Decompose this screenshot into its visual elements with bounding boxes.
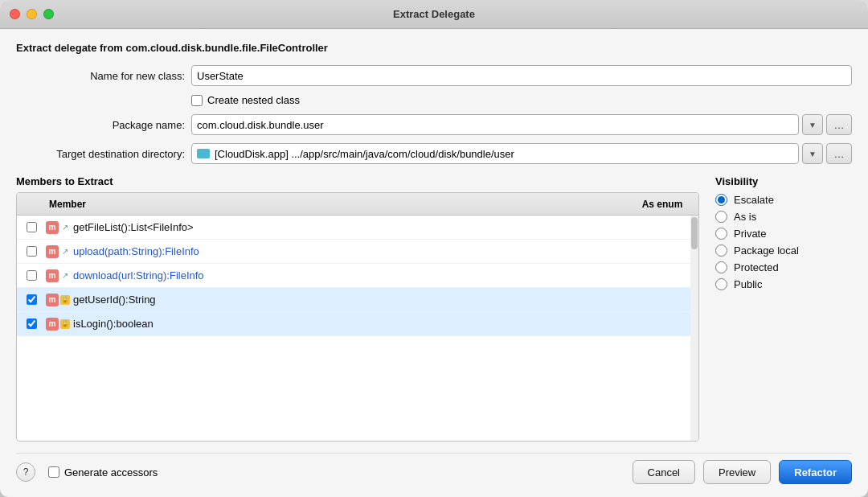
visibility-private[interactable]: Private [715,228,852,240]
table-header: Member As enum [17,193,698,216]
row1-icons: m ↗ [46,221,70,234]
package-dropdown-button[interactable]: ▼ [802,114,823,135]
members-title: Members to Extract [16,175,699,187]
generate-accessors-label: Generate accessors [64,466,158,479]
target-dir-field[interactable]: [CloudDisk.app] .../app/src/main/java/co… [191,143,799,164]
visibility-radio-group: Escalate As is Private Package local [715,194,852,290]
table-row: m ↗ getFileList():List<FileInfo> [17,216,698,240]
dialog-title: Extract Delegate [393,8,475,20]
close-button[interactable] [10,9,20,19]
arrow-icon: ↗ [60,223,70,232]
scrollbar-track[interactable] [690,216,698,441]
method-icon: m [46,294,59,306]
visibility-section: Visibility Escalate As is Private [715,175,852,442]
minimize-button[interactable] [27,9,37,19]
row5-member: isLogin():boolean [73,318,626,330]
name-input[interactable] [191,65,852,86]
radio-escalate[interactable] [715,194,727,206]
members-section: Members to Extract Member As enum m [16,175,699,442]
target-browse-button[interactable]: … [826,143,852,164]
package-label: Package name: [16,119,185,131]
members-table: Member As enum m ↗ getFileList():List<Fi… [16,192,699,442]
table-body: m ↗ getFileList():List<FileInfo> m ↗ [17,216,698,376]
titlebar-buttons [10,9,54,19]
package-group: ▼ … [191,114,852,135]
main-section: Members to Extract Member As enum m [16,175,852,442]
scrollbar-thumb [691,217,698,249]
extract-delegate-dialog: Extract Delegate Extract delegate from c… [0,0,868,497]
visibility-package-local[interactable]: Package local [715,244,852,257]
row2-check[interactable] [17,246,46,257]
package-browse-button[interactable]: … [826,114,852,135]
nested-class-checkbox-row: Create nested class [191,94,300,106]
row1-check[interactable] [17,222,46,232]
maximize-button[interactable] [43,9,54,19]
refactor-button[interactable]: Refactor [779,460,852,484]
name-row: Name for new class: [16,65,852,86]
protected-label: Protected [734,261,779,273]
bottom-section: ? Generate accessors Cancel Preview Refa… [16,453,852,484]
table-row: m 🔒 getUserId():String [17,288,698,312]
name-label: Name for new class: [16,70,185,82]
row4-check[interactable] [17,294,46,305]
nested-class-label: Create nested class [207,94,300,106]
arrow-icon: ↗ [60,247,70,257]
lock-icon: 🔒 [60,295,70,305]
row2-icons: m ↗ [46,245,70,258]
visibility-title: Visibility [715,175,852,187]
table-row: m ↗ download(url:String):FileInfo [17,264,698,288]
target-value: [CloudDisk.app] .../app/src/main/java/co… [215,148,514,160]
titlebar: Extract Delegate [0,0,868,29]
target-row: Target destination directory: [CloudDisk… [16,143,852,164]
method-icon: m [46,269,59,282]
radio-public[interactable] [715,278,727,290]
public-label: Public [734,278,762,290]
col-enum: As enum [626,199,698,210]
arrow-icon: ↗ [60,271,70,281]
folder-icon [197,149,210,158]
method-icon: m [46,245,59,258]
as-is-label: As is [734,211,756,223]
cancel-button[interactable]: Cancel [633,460,695,484]
nested-class-checkbox[interactable] [191,95,203,106]
visibility-public[interactable]: Public [715,278,852,290]
method-icon: m [46,221,59,234]
table-row: m ↗ upload(path:String):FileInfo [17,240,698,264]
package-local-label: Package local [734,244,799,257]
radio-private[interactable] [715,228,727,240]
package-input[interactable] [191,114,799,135]
row4-icons: m 🔒 [46,294,70,306]
target-dropdown-button[interactable]: ▼ [802,143,823,164]
table-row: m 🔒 isLogin():boolean [17,312,698,336]
private-label: Private [734,228,766,240]
target-group: [CloudDisk.app] .../app/src/main/java/co… [191,143,852,164]
bottom-left: ? Generate accessors [16,462,158,482]
nested-class-row: Create nested class [16,94,852,106]
radio-as-is[interactable] [715,211,727,223]
col-member: Member [46,199,626,210]
row2-member: upload(path:String):FileInfo [73,245,626,257]
extract-description: Extract delegate from com.cloud.disk.bun… [16,42,852,54]
visibility-protected[interactable]: Protected [715,261,852,273]
lock-icon: 🔒 [60,319,70,329]
row1-member: getFileList():List<FileInfo> [73,221,626,233]
radio-package-local[interactable] [715,244,727,257]
radio-protected[interactable] [715,261,727,273]
action-buttons: Cancel Preview Refactor [633,460,852,484]
preview-button[interactable]: Preview [703,460,771,484]
row4-member: getUserId():String [73,294,626,306]
visibility-escalate[interactable]: Escalate [715,194,852,206]
method-icon: m [46,318,59,331]
help-button[interactable]: ? [16,462,35,482]
package-row: Package name: ▼ … [16,114,852,135]
generate-accessors-row: Generate accessors [48,466,158,479]
row3-check[interactable] [17,270,46,281]
dialog-body: Extract delegate from com.cloud.disk.bun… [0,29,868,497]
escalate-label: Escalate [734,194,774,206]
row5-icons: m 🔒 [46,318,70,331]
visibility-as-is[interactable]: As is [715,211,852,223]
row5-check[interactable] [17,318,46,329]
row3-icons: m ↗ [46,269,70,282]
target-label: Target destination directory: [16,148,185,160]
generate-accessors-checkbox[interactable] [48,466,59,478]
